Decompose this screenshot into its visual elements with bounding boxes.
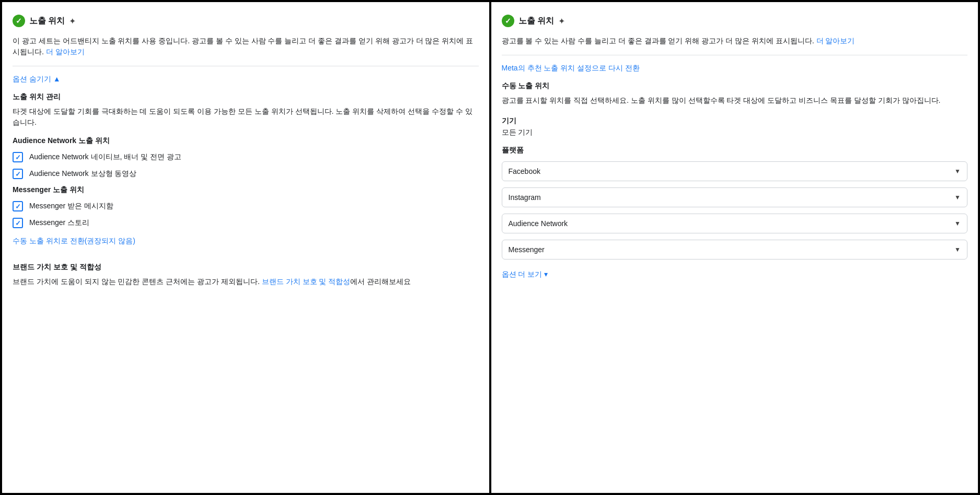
right-desc-text: 광고를 볼 수 있는 사람 수를 늘리고 더 좋은 결과를 얻기 위해 광고가 …	[502, 37, 814, 45]
facebook-dropdown-label: Facebook	[509, 167, 540, 175]
left-panel: 노출 위치 ✦ 이 광고 세트는 어드밴티지 노출 위치를 사용 중입니다. 광…	[2, 2, 489, 493]
right-status-check-icon	[502, 15, 514, 27]
right-panel-description: 광고를 볼 수 있는 사람 수를 늘리고 더 좋은 결과를 얻기 위해 광고가 …	[502, 36, 968, 46]
meta-switch-link[interactable]: Meta의 추천 노출 위치 설정으로 다시 전환	[502, 64, 640, 73]
audience-network-item-1: Audience Network 보상형 동영상	[13, 169, 479, 179]
audience-network-dropdown-label: Audience Network	[509, 219, 568, 228]
audience-network-label-1: Audience Network 보상형 동영상	[29, 169, 136, 179]
more-options-label: 옵션 더 보기 ▾	[502, 270, 548, 279]
device-section: 기기 모든 기기	[502, 116, 968, 137]
toggle-options-link[interactable]: 옵션 숨기기 ▲	[13, 75, 61, 84]
manual-switch-link[interactable]: 수동 노출 위치로 전환(권장되지 않음)	[13, 237, 135, 246]
left-panel-header: 노출 위치 ✦	[13, 15, 479, 27]
audience-network-title: Audience Network 노출 위치	[13, 136, 479, 146]
right-learn-more-link[interactable]: 더 알아보기	[816, 37, 855, 45]
audience-network-checkbox-1[interactable]	[13, 169, 23, 179]
brand-title: 브랜드 가치 보호 및 적합성	[13, 263, 479, 272]
left-spark-icon[interactable]: ✦	[69, 16, 76, 26]
left-panel-description: 이 광고 세트는 어드밴티지 노출 위치를 사용 중입니다. 광고를 볼 수 있…	[13, 36, 479, 57]
messenger-label-1: Messenger 스토리	[29, 218, 89, 228]
facebook-dropdown-arrow: ▼	[954, 168, 961, 175]
brand-desc-text: 브랜드 가치에 도움이 되지 않는 민감한 콘텐츠 근처에는 광고가 제외됩니다…	[13, 277, 262, 286]
right-panel-title: 노출 위치	[518, 16, 554, 27]
placement-management-label: 노출 위치 관리	[13, 92, 479, 102]
right-panel-header: 노출 위치 ✦	[502, 15, 968, 27]
messenger-label-0: Messenger 받은 메시지함	[29, 202, 113, 211]
right-spark-icon[interactable]: ✦	[558, 16, 565, 26]
right-divider-1	[502, 55, 968, 55]
messenger-dropdown[interactable]: Messenger ▼	[502, 240, 968, 260]
facebook-dropdown[interactable]: Facebook ▼	[502, 161, 968, 181]
brand-link-suffix: 에서 관리해보세요	[350, 277, 411, 286]
instagram-dropdown[interactable]: Instagram ▼	[502, 187, 968, 207]
brand-link[interactable]: 브랜드 가치 보호 및 적합성	[262, 277, 351, 286]
more-options-link[interactable]: 옵션 더 보기 ▾	[502, 270, 548, 279]
instagram-dropdown-label: Instagram	[509, 193, 541, 202]
audience-network-checkbox-0[interactable]	[13, 152, 23, 162]
messenger-checkbox-0[interactable]	[13, 201, 23, 211]
platform-label: 플랫폼	[502, 146, 968, 155]
audience-network-dropdown[interactable]: Audience Network ▼	[502, 214, 968, 233]
manual-placement-title: 수동 노출 위치	[502, 81, 968, 91]
manual-placement-desc: 광고를 표시할 위치를 직접 선택하세요. 노출 위치를 많이 선택할수록 타겟…	[502, 95, 968, 106]
left-divider-1	[13, 66, 479, 66]
messenger-dropdown-arrow: ▼	[954, 246, 961, 253]
right-panel: 노출 위치 ✦ 광고를 볼 수 있는 사람 수를 늘리고 더 좋은 결과를 얻기…	[491, 2, 978, 493]
audience-network-label-0: Audience Network 네이티브, 배너 및 전면 광고	[29, 152, 181, 162]
messenger-item-1: Messenger 스토리	[13, 218, 479, 228]
brand-section: 브랜드 가치 보호 및 적합성 브랜드 가치에 도움이 되지 않는 민감한 콘텐…	[13, 263, 479, 287]
left-learn-more-link[interactable]: 더 알아보기	[46, 48, 85, 56]
device-label: 기기	[502, 116, 968, 126]
left-status-check-icon	[13, 15, 25, 27]
audience-network-item-0: Audience Network 네이티브, 배너 및 전면 광고	[13, 152, 479, 162]
placement-management-desc: 타겟 대상에 도달할 기회를 극대화하는 데 도움이 되도록 이용 가능한 모든…	[13, 106, 479, 128]
device-value: 모든 기기	[502, 128, 968, 137]
instagram-dropdown-arrow: ▼	[954, 194, 961, 201]
brand-desc: 브랜드 가치에 도움이 되지 않는 민감한 콘텐츠 근처에는 광고가 제외됩니다…	[13, 276, 479, 287]
messenger-title: Messenger 노출 위치	[13, 185, 479, 195]
messenger-item-0: Messenger 받은 메시지함	[13, 201, 479, 211]
audience-network-dropdown-arrow: ▼	[954, 220, 961, 227]
left-panel-title: 노출 위치	[29, 16, 65, 27]
messenger-dropdown-label: Messenger	[509, 245, 545, 254]
toggle-options-label: 옵션 숨기기 ▲	[13, 75, 61, 84]
messenger-checkbox-1[interactable]	[13, 218, 23, 228]
